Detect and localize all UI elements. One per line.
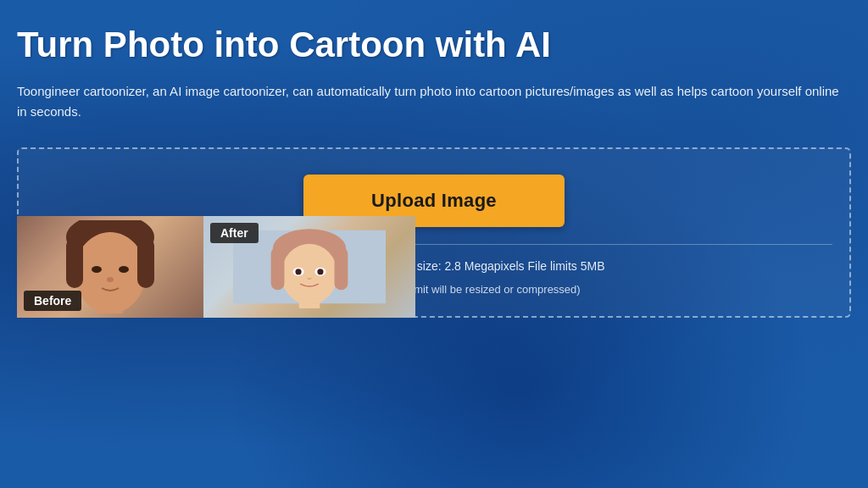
svg-point-10 xyxy=(281,244,337,305)
svg-point-7 xyxy=(107,277,114,282)
svg-rect-3 xyxy=(137,237,154,288)
svg-point-6 xyxy=(119,266,129,273)
svg-rect-11 xyxy=(271,247,285,290)
after-label: After xyxy=(210,223,259,243)
before-image-box: Before xyxy=(17,216,203,318)
svg-rect-2 xyxy=(66,237,83,288)
page-title: Turn Photo into Cartoon with AI xyxy=(17,25,851,64)
svg-point-5 xyxy=(92,266,102,273)
svg-rect-4 xyxy=(97,303,123,313)
subtitle-text: Toongineer cartoonizer, an AI image cart… xyxy=(17,81,848,122)
svg-rect-12 xyxy=(335,247,348,290)
before-label: Before xyxy=(24,291,81,311)
svg-point-14 xyxy=(295,269,301,274)
svg-point-1 xyxy=(75,232,146,313)
after-image-box: After xyxy=(203,216,415,318)
page-wrapper: Turn Photo into Cartoon with AI Toongine… xyxy=(0,0,868,318)
before-after-preview: Before xyxy=(17,216,424,318)
svg-rect-17 xyxy=(299,297,320,308)
svg-point-16 xyxy=(317,269,323,274)
